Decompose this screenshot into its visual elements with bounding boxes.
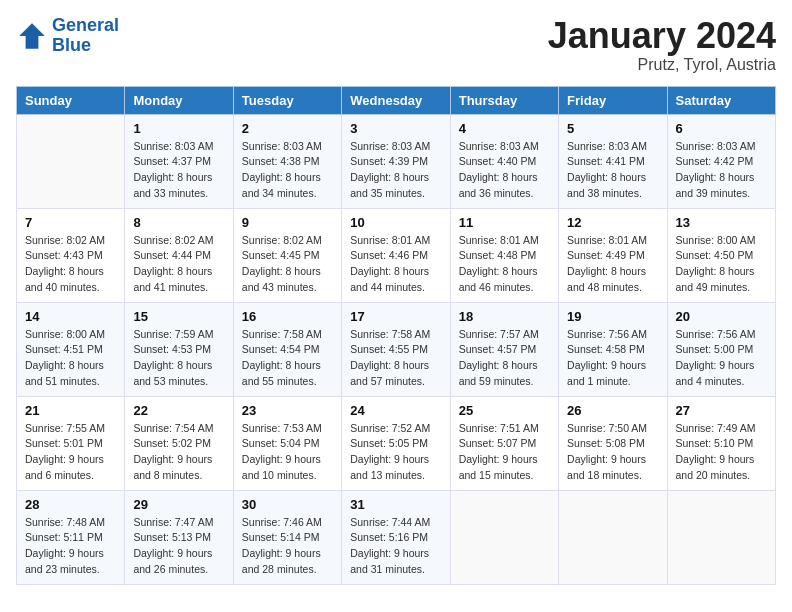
calendar-cell: 14Sunrise: 8:00 AMSunset: 4:51 PMDayligh… [17, 302, 125, 396]
day-number: 23 [242, 403, 333, 418]
calendar-cell: 20Sunrise: 7:56 AMSunset: 5:00 PMDayligh… [667, 302, 775, 396]
day-number: 28 [25, 497, 116, 512]
calendar-cell [559, 490, 667, 584]
calendar-cell [450, 490, 558, 584]
day-number: 9 [242, 215, 333, 230]
calendar-cell [17, 114, 125, 208]
day-info: Sunrise: 8:03 AMSunset: 4:40 PMDaylight:… [459, 139, 550, 202]
day-number: 16 [242, 309, 333, 324]
calendar-cell: 26Sunrise: 7:50 AMSunset: 5:08 PMDayligh… [559, 396, 667, 490]
title-block: January 2024 Prutz, Tyrol, Austria [548, 16, 776, 74]
calendar-cell: 23Sunrise: 7:53 AMSunset: 5:04 PMDayligh… [233, 396, 341, 490]
calendar-cell: 27Sunrise: 7:49 AMSunset: 5:10 PMDayligh… [667, 396, 775, 490]
day-info: Sunrise: 8:00 AMSunset: 4:50 PMDaylight:… [676, 233, 767, 296]
day-number: 20 [676, 309, 767, 324]
calendar-cell: 11Sunrise: 8:01 AMSunset: 4:48 PMDayligh… [450, 208, 558, 302]
calendar-cell: 6Sunrise: 8:03 AMSunset: 4:42 PMDaylight… [667, 114, 775, 208]
calendar-cell: 10Sunrise: 8:01 AMSunset: 4:46 PMDayligh… [342, 208, 450, 302]
calendar-cell: 31Sunrise: 7:44 AMSunset: 5:16 PMDayligh… [342, 490, 450, 584]
day-info: Sunrise: 7:55 AMSunset: 5:01 PMDaylight:… [25, 421, 116, 484]
calendar-cell: 21Sunrise: 7:55 AMSunset: 5:01 PMDayligh… [17, 396, 125, 490]
day-info: Sunrise: 7:56 AMSunset: 4:58 PMDaylight:… [567, 327, 658, 390]
day-number: 17 [350, 309, 441, 324]
calendar-cell: 28Sunrise: 7:48 AMSunset: 5:11 PMDayligh… [17, 490, 125, 584]
day-info: Sunrise: 7:57 AMSunset: 4:57 PMDaylight:… [459, 327, 550, 390]
day-info: Sunrise: 7:58 AMSunset: 4:55 PMDaylight:… [350, 327, 441, 390]
week-row-1: 1Sunrise: 8:03 AMSunset: 4:37 PMDaylight… [17, 114, 776, 208]
weekday-header-sunday: Sunday [17, 86, 125, 114]
day-number: 31 [350, 497, 441, 512]
day-info: Sunrise: 7:50 AMSunset: 5:08 PMDaylight:… [567, 421, 658, 484]
weekday-header-wednesday: Wednesday [342, 86, 450, 114]
day-number: 12 [567, 215, 658, 230]
day-number: 13 [676, 215, 767, 230]
day-info: Sunrise: 7:44 AMSunset: 5:16 PMDaylight:… [350, 515, 441, 578]
weekday-header-monday: Monday [125, 86, 233, 114]
calendar-cell: 25Sunrise: 7:51 AMSunset: 5:07 PMDayligh… [450, 396, 558, 490]
day-info: Sunrise: 7:51 AMSunset: 5:07 PMDaylight:… [459, 421, 550, 484]
day-info: Sunrise: 8:03 AMSunset: 4:41 PMDaylight:… [567, 139, 658, 202]
calendar-cell: 15Sunrise: 7:59 AMSunset: 4:53 PMDayligh… [125, 302, 233, 396]
calendar-cell: 5Sunrise: 8:03 AMSunset: 4:41 PMDaylight… [559, 114, 667, 208]
day-number: 15 [133, 309, 224, 324]
day-number: 8 [133, 215, 224, 230]
day-number: 11 [459, 215, 550, 230]
logo: General Blue [16, 16, 119, 56]
weekday-header-tuesday: Tuesday [233, 86, 341, 114]
day-number: 3 [350, 121, 441, 136]
logo-icon [16, 20, 48, 52]
day-number: 30 [242, 497, 333, 512]
day-info: Sunrise: 8:02 AMSunset: 4:44 PMDaylight:… [133, 233, 224, 296]
calendar-cell: 16Sunrise: 7:58 AMSunset: 4:54 PMDayligh… [233, 302, 341, 396]
calendar-table: SundayMondayTuesdayWednesdayThursdayFrid… [16, 86, 776, 585]
calendar-cell: 3Sunrise: 8:03 AMSunset: 4:39 PMDaylight… [342, 114, 450, 208]
week-row-2: 7Sunrise: 8:02 AMSunset: 4:43 PMDaylight… [17, 208, 776, 302]
day-number: 27 [676, 403, 767, 418]
weekday-header-thursday: Thursday [450, 86, 558, 114]
calendar-cell: 24Sunrise: 7:52 AMSunset: 5:05 PMDayligh… [342, 396, 450, 490]
day-info: Sunrise: 7:53 AMSunset: 5:04 PMDaylight:… [242, 421, 333, 484]
day-info: Sunrise: 8:03 AMSunset: 4:37 PMDaylight:… [133, 139, 224, 202]
calendar-cell: 7Sunrise: 8:02 AMSunset: 4:43 PMDaylight… [17, 208, 125, 302]
calendar-cell: 29Sunrise: 7:47 AMSunset: 5:13 PMDayligh… [125, 490, 233, 584]
day-number: 24 [350, 403, 441, 418]
month-title: January 2024 [548, 16, 776, 56]
svg-marker-0 [19, 23, 45, 49]
location-subtitle: Prutz, Tyrol, Austria [548, 56, 776, 74]
calendar-cell: 18Sunrise: 7:57 AMSunset: 4:57 PMDayligh… [450, 302, 558, 396]
calendar-cell: 8Sunrise: 8:02 AMSunset: 4:44 PMDaylight… [125, 208, 233, 302]
day-info: Sunrise: 7:59 AMSunset: 4:53 PMDaylight:… [133, 327, 224, 390]
day-info: Sunrise: 7:52 AMSunset: 5:05 PMDaylight:… [350, 421, 441, 484]
day-info: Sunrise: 8:01 AMSunset: 4:48 PMDaylight:… [459, 233, 550, 296]
day-info: Sunrise: 7:48 AMSunset: 5:11 PMDaylight:… [25, 515, 116, 578]
weekday-header-row: SundayMondayTuesdayWednesdayThursdayFrid… [17, 86, 776, 114]
day-number: 25 [459, 403, 550, 418]
day-number: 1 [133, 121, 224, 136]
calendar-cell: 17Sunrise: 7:58 AMSunset: 4:55 PMDayligh… [342, 302, 450, 396]
page-header: General Blue January 2024 Prutz, Tyrol, … [16, 16, 776, 74]
calendar-cell: 12Sunrise: 8:01 AMSunset: 4:49 PMDayligh… [559, 208, 667, 302]
day-info: Sunrise: 7:56 AMSunset: 5:00 PMDaylight:… [676, 327, 767, 390]
day-number: 7 [25, 215, 116, 230]
weekday-header-saturday: Saturday [667, 86, 775, 114]
day-info: Sunrise: 8:03 AMSunset: 4:42 PMDaylight:… [676, 139, 767, 202]
logo-text: General Blue [52, 16, 119, 56]
day-number: 21 [25, 403, 116, 418]
week-row-3: 14Sunrise: 8:00 AMSunset: 4:51 PMDayligh… [17, 302, 776, 396]
day-info: Sunrise: 8:02 AMSunset: 4:43 PMDaylight:… [25, 233, 116, 296]
day-number: 29 [133, 497, 224, 512]
calendar-cell [667, 490, 775, 584]
day-number: 18 [459, 309, 550, 324]
day-info: Sunrise: 7:47 AMSunset: 5:13 PMDaylight:… [133, 515, 224, 578]
day-info: Sunrise: 7:46 AMSunset: 5:14 PMDaylight:… [242, 515, 333, 578]
day-info: Sunrise: 8:02 AMSunset: 4:45 PMDaylight:… [242, 233, 333, 296]
day-number: 6 [676, 121, 767, 136]
day-info: Sunrise: 8:00 AMSunset: 4:51 PMDaylight:… [25, 327, 116, 390]
calendar-cell: 4Sunrise: 8:03 AMSunset: 4:40 PMDaylight… [450, 114, 558, 208]
day-number: 22 [133, 403, 224, 418]
day-info: Sunrise: 7:58 AMSunset: 4:54 PMDaylight:… [242, 327, 333, 390]
week-row-4: 21Sunrise: 7:55 AMSunset: 5:01 PMDayligh… [17, 396, 776, 490]
calendar-cell: 13Sunrise: 8:00 AMSunset: 4:50 PMDayligh… [667, 208, 775, 302]
week-row-5: 28Sunrise: 7:48 AMSunset: 5:11 PMDayligh… [17, 490, 776, 584]
day-number: 5 [567, 121, 658, 136]
